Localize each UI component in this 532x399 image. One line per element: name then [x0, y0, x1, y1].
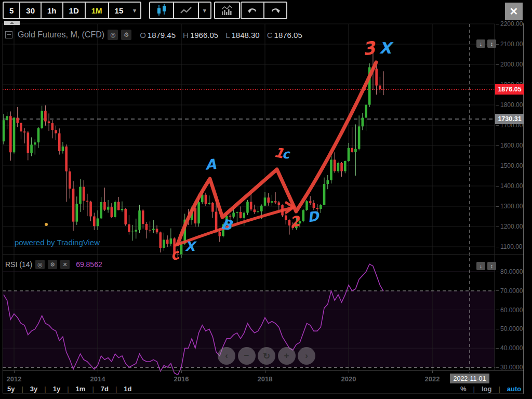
scale-button-percent[interactable]: % — [460, 385, 467, 393]
separator: | — [498, 385, 500, 393]
scale-button-log[interactable]: log — [482, 385, 492, 393]
undo-button[interactable] — [242, 3, 264, 18]
separator: | — [92, 385, 94, 393]
zoom-out-button[interactable]: − — [238, 347, 256, 365]
price-axis-label: 1400.00 — [500, 182, 523, 190]
settings-icon[interactable]: ⚙ — [121, 30, 131, 40]
candle — [205, 195, 207, 204]
price-axis-label: 2100.00 — [500, 41, 523, 48]
range-button-3y[interactable]: 3y — [30, 385, 37, 393]
rsi-scroll-to-bar-button[interactable]: ↓ — [476, 262, 485, 270]
candle — [254, 209, 256, 212]
maximize-pane-button[interactable]: ↕ — [487, 39, 496, 48]
price-tick — [496, 125, 499, 126]
candlestick-style-button[interactable] — [150, 3, 174, 18]
collapse-pane-icon[interactable] — [5, 31, 12, 38]
rsi-visibility-icon[interactable]: ◎ — [35, 260, 45, 269]
style-dropdown-caret-icon[interactable]: ▾ — [199, 3, 210, 18]
range-button-1d[interactable]: 1d — [124, 385, 131, 393]
rsi-remove-icon[interactable]: ✕ — [60, 260, 70, 269]
candle — [362, 118, 364, 127]
redo-button[interactable] — [264, 3, 286, 18]
chart-canvas[interactable] — [0, 0, 532, 399]
candle — [69, 171, 71, 189]
rsi-axis-label: 60.0000 — [500, 307, 523, 314]
interval-button-5[interactable]: 5 — [4, 3, 20, 18]
candle — [337, 163, 340, 171]
candle — [379, 86, 381, 89]
interval-button-1D[interactable]: 1D — [63, 3, 86, 18]
range-button-1y[interactable]: 1y — [53, 385, 60, 393]
candle — [320, 205, 322, 209]
hand-label-X: X — [379, 41, 391, 56]
candle — [111, 207, 113, 217]
line-style-button[interactable] — [174, 3, 199, 18]
candle — [75, 204, 78, 221]
rsi-tick — [496, 310, 499, 310]
rsi-maximize-pane-button[interactable]: ↕ — [487, 262, 496, 270]
rsi-title[interactable]: RSI (14) — [5, 260, 32, 269]
visibility-icon[interactable]: ◎ — [108, 30, 118, 40]
candle — [257, 211, 259, 212]
candle — [250, 202, 252, 209]
candle — [6, 116, 8, 120]
time-tick — [349, 370, 349, 373]
rsi-tick — [496, 367, 499, 368]
time-axis-label: 2016 — [174, 375, 189, 383]
candle — [13, 118, 16, 153]
indicators-button[interactable] — [215, 3, 239, 18]
scroll-right-button[interactable]: › — [298, 347, 315, 365]
candle — [149, 230, 151, 231]
collapsed-panel-handle[interactable] — [4, 21, 20, 25]
price-tick — [496, 24, 499, 24]
candle — [97, 218, 99, 226]
candle — [354, 149, 357, 152]
candle — [114, 202, 116, 217]
interval-button-1h[interactable]: 1h — [42, 3, 63, 18]
candle — [89, 202, 92, 216]
indicators-icon — [221, 5, 233, 16]
price-tick — [496, 206, 499, 207]
range-button-7d[interactable]: 7d — [101, 385, 109, 393]
candle — [271, 201, 273, 203]
symbol-title[interactable]: Gold Futures, M, (CFD) — [18, 30, 104, 39]
scale-button-auto[interactable]: auto — [507, 385, 521, 393]
zoom-in-button[interactable]: + — [278, 347, 296, 365]
ohlc-l: L1848.30 — [225, 31, 260, 39]
candle — [351, 148, 353, 152]
scroll-to-bar-button[interactable]: ↓ — [476, 39, 485, 48]
rsi-settings-icon[interactable]: ⚙ — [48, 260, 57, 269]
candle — [27, 132, 30, 153]
interval-button-30[interactable]: 30 — [20, 3, 42, 18]
price-tick — [496, 186, 499, 187]
candle — [229, 216, 232, 217]
candle — [194, 208, 197, 223]
range-button-1m[interactable]: 1m — [76, 385, 86, 393]
interval-button-15[interactable]: 15 — [109, 3, 129, 18]
candle — [375, 69, 378, 85]
interval-buttons: 5301h1D1M15 — [4, 3, 129, 18]
candle — [37, 128, 40, 142]
price-axis-label: 1300.00 — [500, 203, 523, 210]
candle — [48, 122, 50, 124]
candle — [243, 212, 245, 218]
reset-button[interactable]: ↻ — [258, 347, 275, 365]
candle — [278, 203, 281, 205]
rsi-tick — [496, 329, 499, 329]
interval-dropdown-caret-icon[interactable]: ▾ — [129, 3, 140, 18]
scale-controls: %|log|auto — [460, 385, 521, 393]
separator: | — [44, 385, 46, 393]
candle — [305, 201, 308, 210]
close-icon: ✕ — [510, 5, 518, 18]
hand-label-X: X — [185, 240, 195, 253]
close-button[interactable]: ✕ — [505, 3, 523, 20]
interval-button-1M[interactable]: 1M — [86, 3, 109, 18]
range-button-5y[interactable]: 5y — [7, 385, 15, 393]
time-tick — [181, 370, 182, 373]
tradingview-watermark[interactable]: powered by TradingView — [15, 238, 100, 247]
time-tick — [265, 370, 265, 373]
candle — [121, 209, 124, 210]
candle — [264, 197, 267, 206]
separator: | — [473, 385, 475, 393]
scroll-left-button[interactable]: ‹ — [218, 347, 235, 365]
